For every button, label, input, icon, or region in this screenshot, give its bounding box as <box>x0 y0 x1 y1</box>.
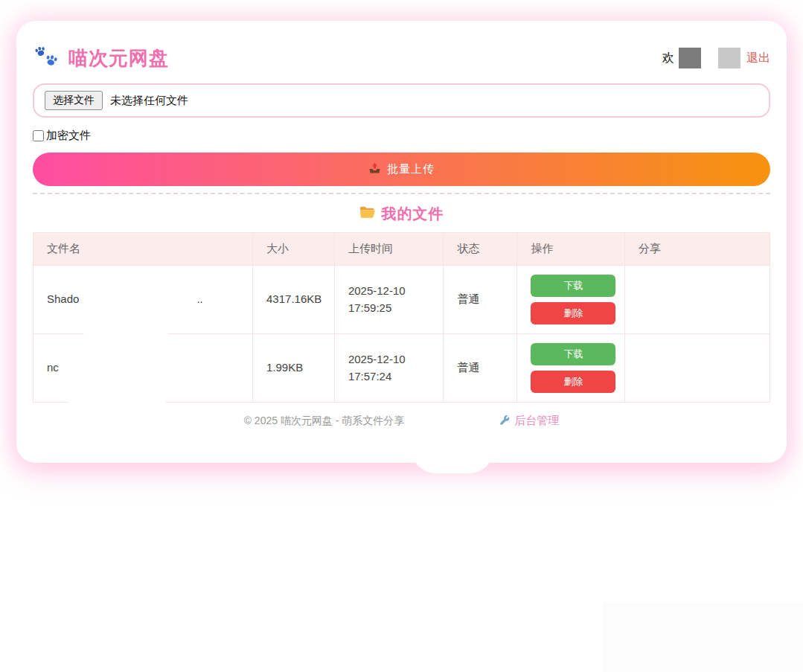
status-cell: 普通 <box>444 266 517 334</box>
redaction-blob <box>80 278 171 339</box>
status-cell: 普通 <box>444 334 517 403</box>
col-header-filename: 文件名 <box>33 233 253 266</box>
file-size-cell: 4317.16KB <box>253 266 335 334</box>
redaction-blob <box>61 341 173 406</box>
header: 喵次元网盘 欢 退出 <box>33 37 770 79</box>
username-redaction-dark <box>679 48 701 68</box>
upload-time-cell: 2025-12-10 17:59:25 <box>334 266 444 334</box>
file-name-visible-start: nc <box>47 361 59 374</box>
copyright-text: © 2025 喵次元网盘 - 萌系文件分享 <box>244 415 405 428</box>
open-folder-icon <box>359 205 376 223</box>
batch-upload-button[interactable]: 批量上传 <box>33 153 770 186</box>
file-name-visible-start: Shado <box>47 292 79 305</box>
col-header-share: 分享 <box>624 233 770 266</box>
file-input-container: 选择文件 未选择任何文件 <box>33 83 770 118</box>
download-button[interactable]: 下载 <box>531 343 615 365</box>
paw-prints-icon <box>33 44 60 72</box>
file-name-visible-end: .. <box>196 292 202 305</box>
delete-button[interactable]: 删除 <box>531 371 615 393</box>
logout-link[interactable]: 退出 <box>746 51 770 66</box>
dashed-divider <box>33 193 770 194</box>
page-title: 喵次元网盘 <box>68 45 169 71</box>
no-file-selected-text: 未选择任何文件 <box>110 94 188 108</box>
share-cell <box>624 266 770 334</box>
download-button[interactable]: 下载 <box>531 275 615 297</box>
col-header-time: 上传时间 <box>334 233 444 266</box>
footer: © 2025 喵次元网盘 - 萌系文件分享 后台管理 <box>33 414 770 428</box>
table-header-row: 文件名 大小 上传时间 状态 操作 分享 <box>33 233 770 266</box>
upload-time-cell: 2025-12-10 17:57:24 <box>334 334 444 403</box>
wrench-icon <box>499 415 511 428</box>
col-header-actions: 操作 <box>517 233 625 266</box>
actions-cell: 下载 删除 <box>517 266 625 334</box>
redaction-blob <box>411 417 494 473</box>
username-redaction-light <box>718 48 740 68</box>
file-size-cell: 1.99KB <box>253 334 335 403</box>
col-header-status: 状态 <box>444 233 517 266</box>
my-files-section-title: 我的文件 <box>33 204 770 224</box>
header-user-area: 欢 退出 <box>662 48 770 68</box>
batch-upload-label: 批量上传 <box>387 162 435 176</box>
admin-link[interactable]: 后台管理 <box>499 414 559 428</box>
encrypt-checkbox-row: 加密文件 <box>33 129 770 143</box>
redaction-blob <box>668 22 743 46</box>
actions-cell: 下载 删除 <box>517 334 625 403</box>
outbox-tray-icon <box>368 162 381 176</box>
encrypt-checkbox[interactable] <box>33 130 44 141</box>
col-header-size: 大小 <box>253 233 335 266</box>
share-cell <box>624 334 770 403</box>
faint-background-rect <box>603 603 803 672</box>
encrypt-label: 加密文件 <box>46 129 91 143</box>
my-files-title-text: 我的文件 <box>382 204 444 224</box>
admin-link-label: 后台管理 <box>514 414 559 428</box>
choose-file-button[interactable]: 选择文件 <box>45 91 103 110</box>
delete-button[interactable]: 删除 <box>531 302 615 324</box>
welcome-text: 欢 <box>662 51 674 66</box>
brand: 喵次元网盘 <box>33 44 169 72</box>
